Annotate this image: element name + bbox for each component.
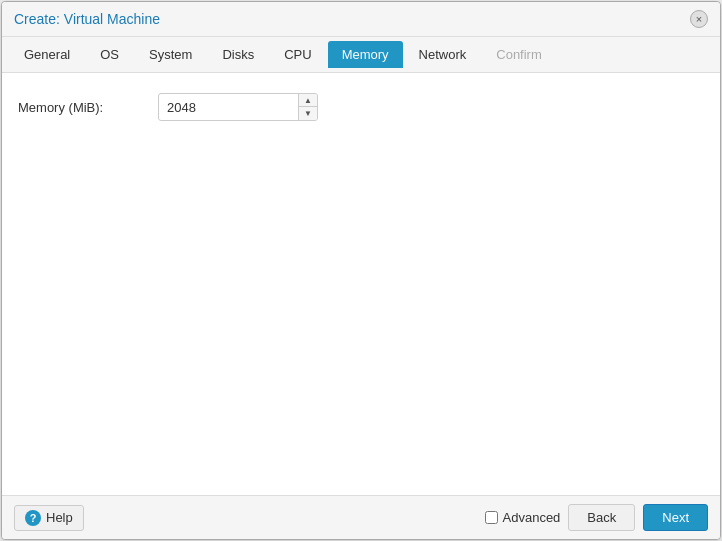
advanced-text: Advanced — [503, 510, 561, 525]
tab-disks[interactable]: Disks — [208, 41, 268, 68]
footer: ? Help Advanced Back Next — [2, 495, 720, 539]
spinbox-up-arrow[interactable]: ▲ — [299, 94, 317, 107]
close-button[interactable]: × — [690, 10, 708, 28]
tab-network[interactable]: Network — [405, 41, 481, 68]
footer-right: Advanced Back Next — [485, 504, 708, 531]
memory-spinbox[interactable]: ▲ ▼ — [158, 93, 318, 121]
back-button[interactable]: Back — [568, 504, 635, 531]
tab-memory[interactable]: Memory — [328, 41, 403, 68]
title-bar: Create: Virtual Machine × — [2, 2, 720, 37]
memory-input[interactable] — [159, 96, 298, 119]
advanced-label[interactable]: Advanced — [485, 510, 561, 525]
tab-system[interactable]: System — [135, 41, 206, 68]
help-label: Help — [46, 510, 73, 525]
tab-os[interactable]: OS — [86, 41, 133, 68]
create-vm-dialog: Create: Virtual Machine × General OS Sys… — [1, 1, 721, 540]
tab-cpu[interactable]: CPU — [270, 41, 325, 68]
dialog-title: Create: Virtual Machine — [14, 11, 160, 27]
memory-row: Memory (MiB): ▲ ▼ — [18, 93, 704, 121]
memory-label: Memory (MiB): — [18, 100, 158, 115]
advanced-checkbox[interactable] — [485, 511, 498, 524]
tab-confirm: Confirm — [482, 41, 556, 68]
tab-general[interactable]: General — [10, 41, 84, 68]
next-button[interactable]: Next — [643, 504, 708, 531]
help-button[interactable]: ? Help — [14, 505, 84, 531]
help-icon: ? — [25, 510, 41, 526]
content-area: Memory (MiB): ▲ ▼ — [2, 73, 720, 495]
tab-bar: General OS System Disks CPU Memory Netwo… — [2, 37, 720, 73]
spinbox-down-arrow[interactable]: ▼ — [299, 107, 317, 120]
spinbox-arrows: ▲ ▼ — [298, 94, 317, 120]
footer-left: ? Help — [14, 505, 84, 531]
